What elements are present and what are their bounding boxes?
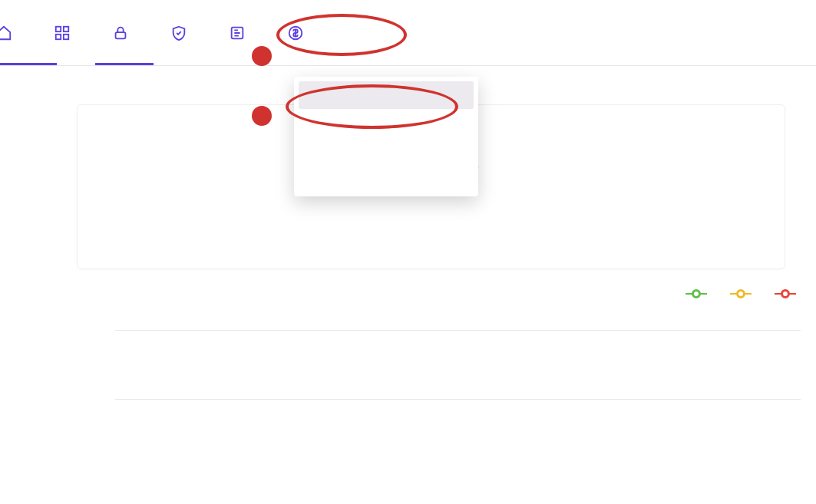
- dropdown-item-resources[interactable]: [299, 137, 474, 164]
- svg-rect-1: [64, 26, 68, 31]
- dropdown-item-providers[interactable]: [299, 109, 474, 137]
- svg-rect-0: [56, 26, 61, 31]
- annotation-badge-2: [252, 106, 272, 126]
- dropdown-item-applications[interactable]: [299, 81, 474, 109]
- svg-rect-2: [56, 34, 61, 38]
- nav-user-management[interactable]: [37, 0, 95, 65]
- chart-legend: [686, 288, 801, 299]
- legend-marker-icon: [686, 288, 707, 299]
- legend-providers[interactable]: [730, 288, 756, 299]
- legend-users[interactable]: [686, 288, 712, 299]
- annotation-badge-1: [252, 46, 272, 66]
- svg-rect-3: [64, 34, 68, 38]
- nav-identity[interactable]: [95, 0, 154, 65]
- chart-header: [31, 288, 801, 299]
- svg-rect-4: [116, 32, 126, 38]
- legend-marker-icon: [775, 288, 796, 299]
- stat-value: [458, 150, 747, 174]
- grid-icon: [54, 25, 71, 41]
- home-icon: [0, 25, 12, 41]
- chart-area: [31, 330, 801, 483]
- dropdown-item-certs[interactable]: [299, 164, 474, 192]
- gridline: [115, 399, 801, 400]
- legend-applications[interactable]: [775, 288, 801, 299]
- dollar-circle-icon: [287, 25, 304, 41]
- identity-dropdown: [294, 77, 478, 196]
- shield-check-icon: [170, 25, 187, 41]
- log-icon: [229, 25, 246, 41]
- stat-new-users: [443, 105, 785, 268]
- lock-icon: [112, 25, 129, 41]
- top-nav: [0, 0, 816, 66]
- legend-marker-icon: [730, 288, 752, 299]
- nav-authorization[interactable]: [154, 0, 212, 65]
- nav-home[interactable]: [0, 0, 37, 65]
- nav-billing[interactable]: [270, 0, 329, 65]
- gridline: [115, 330, 801, 331]
